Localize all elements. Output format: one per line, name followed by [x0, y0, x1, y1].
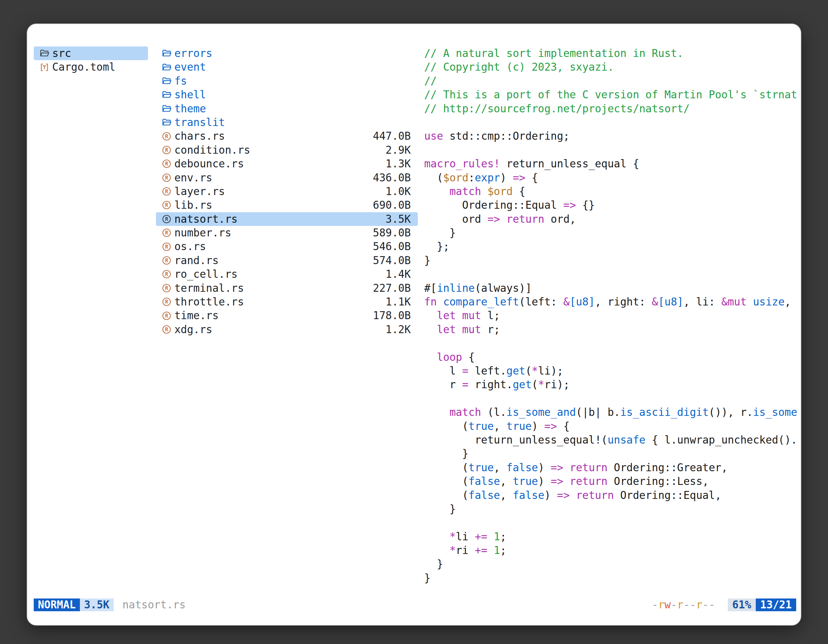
code-line: return_unless_equal!(unsafe { l.unwrap_u… [424, 433, 801, 447]
item-size: 1.3K [386, 157, 411, 171]
item-name: os.rs [174, 240, 206, 253]
file-row[interactable]: Rdebounce.rs1.3K [156, 157, 418, 171]
svg-text:R: R [165, 216, 168, 222]
item-size: 436.0B [373, 171, 411, 185]
folder-open-icon [162, 90, 171, 100]
dir-row[interactable]: src [34, 47, 148, 60]
svg-text:R: R [165, 271, 168, 277]
item-name: translit [174, 116, 225, 129]
parent-pane: srcCargo.toml [34, 47, 148, 74]
code-line: (false, false) => return Ordering::Equal… [424, 489, 801, 502]
code-line: } [424, 254, 801, 267]
folder-open-icon [39, 49, 49, 58]
svg-text:R: R [165, 161, 168, 167]
folder-open-icon [162, 76, 171, 86]
code-line [424, 516, 801, 530]
rust-file-icon: R [162, 159, 171, 169]
item-size: 178.0B [373, 309, 411, 322]
code-line: } [424, 226, 801, 240]
dir-row[interactable]: translit [156, 116, 418, 129]
file-row[interactable]: Rro_cell.rs1.4K [156, 267, 418, 281]
file-row[interactable]: Rchars.rs447.0B [156, 129, 418, 143]
file-row[interactable]: Rtime.rs178.0B [156, 309, 418, 322]
file-row[interactable]: Rlib.rs690.0B [156, 198, 418, 212]
file-row[interactable]: Rlayer.rs1.0K [156, 185, 418, 198]
file-row[interactable]: Cargo.toml [34, 60, 148, 74]
file-row[interactable]: Rthrottle.rs1.1K [156, 295, 418, 309]
rust-file-icon: R [162, 186, 171, 196]
item-name: fs [174, 74, 187, 88]
rust-file-icon: R [162, 173, 171, 183]
svg-text:R: R [165, 230, 168, 236]
rust-file-icon: R [162, 324, 171, 334]
code-line: ord => return ord, [424, 212, 801, 226]
rust-file-icon: R [162, 269, 171, 279]
dir-row[interactable]: shell [156, 88, 418, 102]
item-size: 589.0B [373, 226, 411, 240]
item-name: shell [174, 88, 206, 102]
code-line: *li += 1; [424, 530, 801, 544]
folder-open-icon [162, 104, 171, 114]
code-line: (true, false) => return Ordering::Greate… [424, 461, 801, 475]
svg-text:R: R [165, 326, 168, 332]
item-size: 1.0K [386, 185, 411, 198]
file-row[interactable]: Rnumber.rs589.0B [156, 226, 418, 240]
code-line: } [424, 447, 801, 461]
code-line: r = right.get(*ri); [424, 378, 801, 391]
rust-file-icon: R [162, 242, 171, 252]
item-size: 546.0B [373, 240, 411, 253]
preview-pane[interactable]: // A natural sort implementation in Rust… [424, 47, 801, 592]
rust-file-icon: R [162, 297, 171, 307]
item-name: natsort.rs [174, 212, 238, 226]
item-name: debounce.rs [174, 157, 244, 171]
item-name: time.rs [174, 309, 219, 322]
code-line: let mut l; [424, 309, 801, 322]
code-line: (false, true) => return Ordering::Less, [424, 475, 801, 488]
item-name: env.rs [174, 171, 212, 185]
file-row[interactable]: Rcondition.rs2.9K [156, 143, 418, 157]
svg-text:R: R [165, 133, 168, 139]
rust-file-icon: R [162, 228, 171, 238]
code-line: Ordering::Equal => {} [424, 198, 801, 212]
folder-open-icon [162, 118, 171, 127]
item-size: 1.2K [386, 323, 411, 336]
item-name: xdg.rs [174, 323, 212, 336]
item-size: 227.0B [373, 281, 411, 295]
code-line: // Copyright (c) 2023, sxyazi. [424, 60, 801, 74]
file-row[interactable]: Rxdg.rs1.2K [156, 323, 418, 336]
item-name: rand.rs [174, 254, 219, 267]
rust-file-icon: R [162, 132, 171, 141]
code-line: match (l.is_some_and(|b| b.is_ascii_digi… [424, 405, 801, 419]
svg-text:R: R [165, 257, 168, 263]
file-size-chip: 3.5K [80, 599, 113, 611]
file-row[interactable]: Ros.rs546.0B [156, 240, 418, 253]
item-name: number.rs [174, 226, 231, 240]
item-name: theme [174, 102, 206, 116]
file-row[interactable]: Rrand.rs574.0B [156, 254, 418, 267]
code-line: l = left.get(*li); [424, 364, 801, 378]
code-line: // This is a port of the C version of Ma… [424, 88, 801, 102]
rust-file-icon: R [162, 283, 171, 293]
svg-text:R: R [165, 147, 168, 153]
item-size: 2.9K [386, 143, 411, 157]
file-row[interactable]: Rnatsort.rs3.5K [156, 212, 418, 226]
item-size: 1.4K [386, 267, 411, 281]
permissions-text: -rw-r--r-- [652, 599, 715, 611]
svg-text:R: R [165, 313, 168, 319]
code-line: use std::cmp::Ordering; [424, 129, 801, 143]
code-line: match $ord { [424, 185, 801, 198]
file-row[interactable]: Rterminal.rs227.0B [156, 281, 418, 295]
code-line: } [424, 502, 801, 516]
file-row[interactable]: Renv.rs436.0B [156, 171, 418, 185]
rust-file-icon: R [162, 214, 171, 224]
item-size: 690.0B [373, 198, 411, 212]
code-line [424, 336, 801, 350]
dir-row[interactable]: theme [156, 102, 418, 116]
dir-row[interactable]: event [156, 60, 418, 74]
folder-open-icon [162, 63, 171, 72]
toml-file-icon [39, 63, 49, 72]
dir-row[interactable]: fs [156, 74, 418, 88]
folder-open-icon [162, 49, 171, 58]
item-name: throttle.rs [174, 295, 244, 309]
dir-row[interactable]: errors [156, 47, 418, 60]
